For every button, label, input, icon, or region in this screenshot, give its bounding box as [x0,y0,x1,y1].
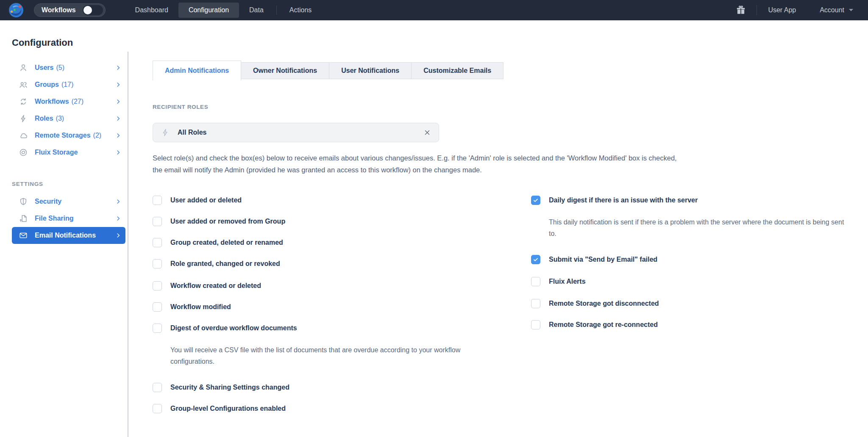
checkbox[interactable] [531,320,540,329]
nav-configuration[interactable]: Configuration [178,3,239,18]
checkbox[interactable] [531,277,540,286]
close-icon[interactable] [423,129,431,136]
sidebar-item-label: Fluix Storage [35,149,78,156]
nav-dashboard[interactable]: Dashboard [125,3,178,18]
checkbox[interactable] [531,255,540,264]
sidebar: Users (5) Groups (17) Workflows (27) Rol… [0,59,128,244]
sidebar-item-count: (2) [93,132,102,139]
workflows-toggle[interactable] [83,5,103,15]
sidebar-item-security[interactable]: Security [12,193,125,210]
checkbox-label[interactable]: Workflow created or deleted [170,282,261,290]
toggle-knob [83,6,92,14]
tab-user-notifications[interactable]: User Notifications [329,62,412,79]
checkbox-label[interactable]: Role granted, changed or revoked [170,260,280,268]
checkbox-label[interactable]: Group created, deleted or renamed [170,239,283,246]
sidebar-item-remote-storages[interactable]: Remote Storages (2) [12,127,125,144]
account-menu[interactable]: Account [820,6,854,14]
sidebar-item-users[interactable]: Users (5) [12,59,125,76]
user-app-link[interactable]: User App [768,6,796,14]
topbar: Workflows Dashboard Configuration Data A… [0,0,868,20]
sidebar-item-label: Email Notifications [35,232,96,239]
role-select-field[interactable]: All Roles [153,123,439,142]
groups-icon [19,80,28,89]
checkbox[interactable] [153,383,162,392]
workflows-mode-pill[interactable]: Workflows [34,3,106,17]
checkbox-row: User added or deleted [153,195,475,205]
chevron-down-icon [849,8,854,12]
checkbox[interactable] [153,238,162,247]
fluix-logo-icon[interactable] [8,3,24,18]
checkbox[interactable] [153,404,162,413]
checkbox-label[interactable]: Remote Storage got re-connected [549,321,658,329]
checkbox-column-right: Daily digest if there is an issue with t… [531,195,853,341]
recipient-roles-heading: RECIPIENT ROLES [153,104,856,110]
tab-admin-notifications[interactable]: Admin Notifications [153,61,241,80]
checkbox-label[interactable]: Daily digest if there is an issue with t… [549,196,698,204]
checkbox-row: Workflow modified [153,302,475,312]
page-title: Configuration [12,37,73,48]
nav-actions[interactable]: Actions [279,3,322,18]
checkbox-row: Group-level Configurations enabled [153,404,475,414]
checkbox-row: Workflow created or deleted [153,281,475,291]
checkbox-row: Fluix Alerts [531,277,853,287]
user-icon [19,63,28,72]
sidebar-item-file-sharing[interactable]: File Sharing [12,210,125,227]
gift-icon[interactable] [735,5,746,16]
checkbox[interactable] [153,324,162,333]
checkbox-label[interactable]: Submit via "Send by Email" failed [549,256,657,263]
chevron-right-icon [115,232,121,238]
bolt-icon [161,128,170,137]
checkbox[interactable] [153,217,162,226]
tab-owner-notifications[interactable]: Owner Notifications [241,62,329,79]
sidebar-item-count: (3) [56,115,64,122]
checkbox-row: Remote Storage got re-connected [531,320,853,330]
sidebar-item-count: (5) [56,64,64,72]
main-content: Admin Notifications Owner Notifications … [153,61,856,425]
chevron-right-icon [115,133,121,138]
fluix-storage-icon [19,148,28,157]
chevron-right-icon [115,99,121,105]
sidebar-item-count: (17) [61,81,73,89]
topbar-divider [757,5,757,15]
checkbox[interactable] [531,196,540,205]
checkbox-helper-text: You will receive a CSV file with the lis… [170,344,467,367]
sidebar-item-label: Roles [35,115,53,122]
tab-customizable-emails[interactable]: Customizable Emails [411,62,504,79]
notification-checkboxes: User added or deleted User added or remo… [153,195,856,414]
sidebar-item-email-notifications[interactable]: Email Notifications [12,227,125,244]
sidebar-item-workflows[interactable]: Workflows (27) [12,93,125,110]
checkbox-row: Security & Sharing Settings changed [153,382,475,393]
sidebar-item-roles[interactable]: Roles (3) [12,110,125,127]
checkbox[interactable] [153,259,162,268]
checkbox-label[interactable]: Fluix Alerts [549,278,586,285]
workflows-pill-label: Workflows [42,6,76,14]
checkbox-row: Submit via "Send by Email" failed [531,254,853,265]
checkbox[interactable] [531,299,540,308]
checkbox[interactable] [153,302,162,312]
sidebar-item-label: File Sharing [35,215,74,222]
checkbox-label[interactable]: User added or removed from Group [170,218,285,225]
checkbox-label[interactable]: Remote Storage got disconnected [549,300,659,307]
sidebar-item-label: Remote Storages [35,132,91,139]
chevron-right-icon [115,149,121,155]
chevron-right-icon [115,216,121,221]
checkbox-row: Group created, deleted or renamed [153,238,475,248]
checkbox-label[interactable]: Group-level Configurations enabled [170,405,286,412]
workflows-icon [19,97,28,106]
sidebar-item-label: Workflows [35,98,69,105]
checkbox[interactable] [153,281,162,290]
checkbox-row: Daily digest if there is an issue with t… [531,195,853,205]
checkbox[interactable] [153,196,162,205]
checkbox-label[interactable]: Digest of overdue workflow documents [170,324,297,332]
checkbox-row: Role granted, changed or revoked [153,259,475,269]
nav-data[interactable]: Data [239,3,274,18]
file-upload-icon [19,214,28,223]
checkbox-label[interactable]: Security & Sharing Settings changed [170,384,289,391]
cloud-icon [19,131,28,140]
checkbox-row: Remote Storage got disconnected [531,299,853,309]
sidebar-item-fluix-storage[interactable]: Fluix Storage [12,144,125,161]
sidebar-item-label: Groups [35,81,59,89]
checkbox-label[interactable]: Workflow modified [170,303,231,311]
checkbox-label[interactable]: User added or deleted [170,196,242,204]
sidebar-item-groups[interactable]: Groups (17) [12,76,125,93]
